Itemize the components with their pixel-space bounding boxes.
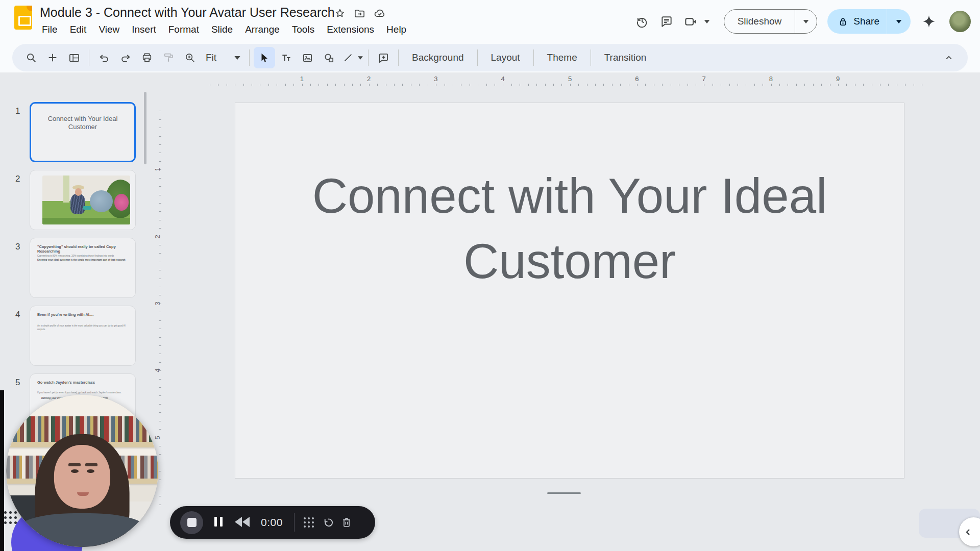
slide-title-text[interactable]: Connect with Your Ideal Customer [264,163,875,293]
background-button[interactable]: Background [403,47,473,68]
insert-comment-button[interactable] [373,47,394,68]
gemini-button[interactable] [922,14,936,29]
ruler-number: 3 [434,75,437,83]
ruler-tick [553,84,554,86]
search-menus-button[interactable] [20,47,42,68]
menu-item-view[interactable]: View [92,22,126,37]
slide-thumbnail-2[interactable] [30,170,136,230]
slide-thumbnail-4[interactable]: Even if you're writing with AI.... An in… [30,306,136,366]
pause-recording-button[interactable] [214,517,223,528]
share-dropdown-button[interactable] [887,19,911,24]
menu-item-insert[interactable]: Insert [126,22,162,37]
version-history-button[interactable] [630,9,654,34]
undo-button[interactable] [93,47,115,68]
document-title[interactable]: Module 3 - Connect with Your Avatar User… [40,5,335,20]
zoom-button[interactable] [179,47,201,68]
insert-line-button[interactable] [339,47,357,68]
ruler-number: 4 [501,75,505,83]
delete-recording-button[interactable] [341,517,352,528]
share-button[interactable]: Share [853,11,887,32]
restart-recording-button[interactable] [322,517,334,529]
text-box-tool-button[interactable] [275,47,297,68]
present-to-meet-button[interactable] [679,9,703,34]
collapse-toolbar-button[interactable] [938,47,960,68]
star-button[interactable] [334,7,346,19]
toolbar: Fit Background Layout Theme Transition [12,44,968,71]
rewind-button[interactable] [235,517,250,529]
ruler-tick [159,345,161,346]
cursor-icon [259,52,270,63]
new-slide-layout-button[interactable] [63,47,85,68]
slideshow-dropdown-button[interactable] [795,19,817,24]
line-dropdown-button[interactable] [357,56,364,60]
slide-thumbnail-3[interactable]: "Copywriting" should really be called Co… [30,238,136,298]
theme-button[interactable]: Theme [538,47,586,68]
image-icon [302,52,313,64]
open-comments-button[interactable] [654,9,679,34]
text-box-icon [280,52,292,64]
ruler-tick [536,84,537,86]
horizontal-ruler: 123456789 [161,76,980,86]
ruler-number: 1 [300,75,304,83]
filmstrip-scrollbar[interactable] [144,92,146,164]
ruler-tick [159,220,161,220]
zoom-select[interactable]: Fit [201,52,245,63]
menu-item-arrange[interactable]: Arrange [239,22,286,37]
ruler-tick [721,84,721,86]
slide-number: 4 [15,306,30,366]
slides-logo-icon[interactable] [14,6,32,30]
account-avatar[interactable] [949,11,971,32]
speaker-notes-handle[interactable] [547,492,581,494]
ruler-number: 3 [154,302,161,305]
menu-item-slide[interactable]: Slide [205,22,239,37]
move-to-folder-button[interactable] [354,7,365,19]
new-slide-button[interactable] [42,47,63,68]
zoom-in-icon [184,52,195,63]
transition-button[interactable]: Transition [595,47,656,68]
menu-item-tools[interactable]: Tools [286,22,321,37]
slide-thumbnail-1[interactable]: Connect with Your Ideal Customer [30,102,136,162]
ruler-tick [159,245,161,245]
history-icon [635,15,649,28]
stop-recording-button[interactable] [180,511,203,534]
ruler-number: 1 [154,168,161,171]
menu-item-extensions[interactable]: Extensions [321,22,380,37]
menu-item-format[interactable]: Format [162,22,205,37]
menu-item-edit[interactable]: Edit [64,22,93,37]
thumb-title: Go watch Jayden's masterclass [37,380,130,385]
menu-item-file[interactable]: File [36,22,64,37]
filmstrip-item-1: 1 Connect with Your Ideal Customer [15,102,136,162]
filmstrip-item-4: 4 Even if you're writing with AI.... An … [15,306,136,366]
layout-button[interactable]: Layout [482,47,529,68]
print-button[interactable] [136,47,158,68]
thumb-body-bold: Knowing your ideal customer is the singl… [37,259,129,262]
stop-icon [187,518,197,527]
thumb-body: If you haven't yet (or even if you have)… [37,391,129,395]
ruler-tick [159,505,161,505]
ruler-tick [268,84,269,86]
ruler-tick [486,84,487,86]
ruler-tick [654,84,654,86]
meet-dropdown-button[interactable] [703,19,710,24]
insert-image-button[interactable] [297,47,318,68]
paint-format-button[interactable] [158,47,179,68]
webcam-bubble[interactable] [6,395,158,547]
select-tool-button[interactable] [254,47,275,68]
redo-button[interactable] [115,47,136,68]
ruler-tick [620,84,621,86]
lock-icon [838,16,848,27]
comment-icon [660,15,673,28]
insert-shape-button[interactable] [318,47,339,68]
ruler-tick [159,480,161,480]
webcam-drag-handle[interactable] [4,511,17,524]
document-status-button[interactable] [374,7,386,19]
ruler-tick [159,329,161,329]
ruler-number: 5 [568,75,572,83]
ruler-tick [159,387,161,388]
slideshow-button[interactable]: Slideshow [724,16,795,27]
slide-canvas[interactable]: Connect with Your Ideal Customer [235,103,904,479]
ruler-tick [159,262,161,262]
toolbar-drag-handle[interactable] [304,517,314,528]
ruler-tick [771,84,772,86]
menu-item-help[interactable]: Help [380,22,412,37]
